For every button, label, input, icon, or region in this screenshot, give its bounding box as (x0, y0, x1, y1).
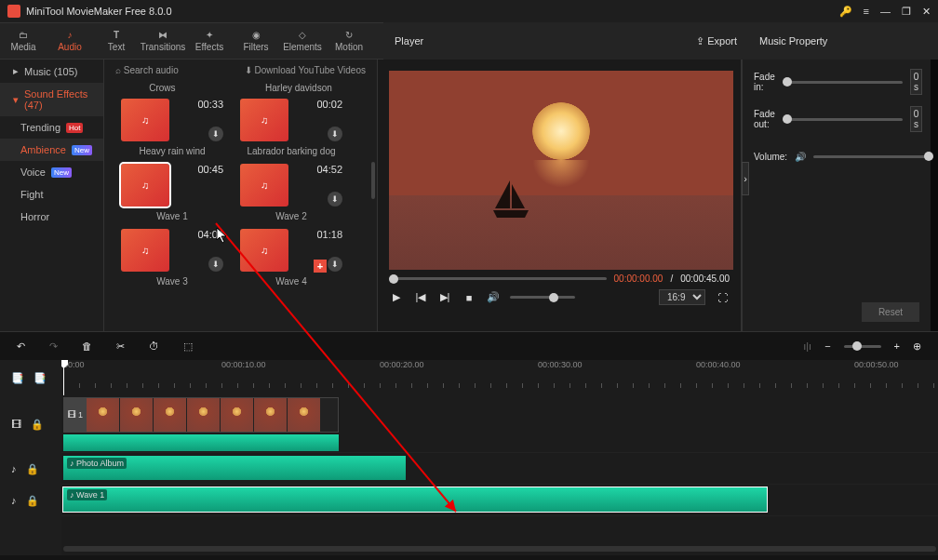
sidebar-group-sfx[interactable]: ▾ Sound Effects (47) (0, 83, 103, 116)
download-icon[interactable]: ⬇ (328, 257, 342, 272)
sidebar-item-trending[interactable]: TrendingHot (0, 116, 103, 139)
fadeout-value: 0 s (910, 106, 923, 132)
download-icon[interactable]: ⬇ (328, 127, 342, 141)
video-clip[interactable]: 🎞1 (63, 397, 339, 433)
current-time: 00:00:00.00 (614, 273, 663, 284)
fadeout-slider[interactable] (783, 118, 903, 121)
download-icon[interactable]: ⬇ (208, 257, 223, 272)
tab-filters[interactable]: ◉Filters (233, 23, 279, 59)
cursor-icon (216, 227, 229, 244)
menu-icon[interactable]: ≡ (864, 6, 869, 17)
library-item-wave3[interactable]: ♫04:02⬇ Wave 3 (121, 229, 223, 290)
tab-audio[interactable]: ♪Audio (47, 23, 93, 59)
download-icon[interactable]: ⬇ (208, 127, 223, 141)
volume-slider[interactable] (510, 296, 575, 299)
lock-icon[interactable]: 🔒 (26, 463, 39, 475)
layers-icon[interactable]: 📑 (11, 372, 24, 384)
total-time: 00:00:45.00 (680, 273, 730, 284)
play-button[interactable]: ▶ (389, 291, 404, 303)
player-title: Player (395, 35, 423, 47)
sidebar-item-horror[interactable]: Horror (0, 206, 103, 228)
key-icon[interactable]: 🔑 (839, 6, 852, 18)
video-track-icon: 🎞 (11, 419, 21, 430)
delete-button[interactable]: 🗑 (82, 340, 92, 352)
library-item-wave4[interactable]: ♫01:18⬇ Wave 4 (240, 229, 342, 290)
layers2-icon[interactable]: 📑 (34, 372, 47, 384)
next-button[interactable]: ▶| (437, 291, 452, 303)
marker-button[interactable]: ı|ı (803, 340, 811, 352)
cut-button[interactable]: ✂ (116, 340, 125, 353)
app-title: MiniTool MovieMaker Free 8.0.0 (26, 6, 172, 17)
volume-label: Volume: (754, 152, 787, 162)
seek-slider[interactable] (389, 277, 607, 280)
fit-button[interactable]: ⊕ (913, 340, 921, 353)
tab-motion[interactable]: ↻Motion (326, 23, 372, 59)
download-icon[interactable]: ⬇ (328, 192, 342, 207)
volume-prop-slider[interactable] (813, 155, 933, 158)
sidebar-item-fight[interactable]: Fight (0, 183, 103, 206)
fadeout-label: Fade out: (754, 109, 775, 129)
collapse-panel-button[interactable]: › (742, 162, 749, 195)
sidebar-item-voice[interactable]: VoiceNew (0, 161, 103, 183)
lock-icon[interactable]: 🔒 (26, 495, 39, 507)
audio-track-1[interactable]: ♪ Photo Album (61, 453, 938, 485)
tab-media[interactable]: 🗀Media (0, 23, 47, 59)
props-title: Music Property (759, 35, 827, 47)
add-to-timeline-button[interactable]: + (314, 260, 327, 273)
library-item-wave2[interactable]: ♫04:52⬇ Wave 2 (240, 164, 342, 225)
reset-button[interactable]: Reset (862, 302, 919, 322)
tab-elements[interactable]: ◇Elements (279, 23, 326, 59)
stop-button[interactable]: ■ (462, 292, 476, 303)
playhead[interactable] (63, 360, 64, 395)
sidebar-item-ambience[interactable]: AmbienceNew (0, 139, 103, 161)
zoom-out-button[interactable]: − (824, 340, 830, 352)
speaker-icon: 🔊 (795, 152, 806, 162)
audio-track-icon: ♪ (11, 463, 17, 474)
zoom-in-button[interactable]: + (894, 340, 900, 352)
minimize-icon[interactable]: — (880, 6, 891, 17)
tab-effects[interactable]: ✦Effects (186, 23, 233, 59)
fadein-slider[interactable] (783, 81, 903, 84)
audio-clip-1[interactable]: ♪ Photo Album (63, 456, 406, 480)
export-button[interactable]: ⇪ Export (696, 35, 737, 47)
scrollbar[interactable] (371, 162, 375, 199)
tab-text[interactable]: TText (93, 23, 140, 59)
tab-transitions[interactable]: ⧓Transitions (140, 23, 186, 59)
fullscreen-icon[interactable]: ⛶ (715, 292, 730, 303)
library-item-heavy-rain[interactable]: ♫00:33⬇ Heavy rain wind (121, 99, 223, 160)
time-sep: / (670, 273, 673, 284)
redo-button[interactable]: ↷ (49, 340, 58, 353)
app-logo (7, 5, 20, 18)
audio-clip-2[interactable]: ♪ Wave 1 (63, 487, 767, 512)
fadein-label: Fade in: (754, 72, 775, 92)
undo-button[interactable]: ↶ (17, 340, 25, 353)
audio-track-2[interactable]: ♪ Wave 1 (61, 485, 938, 516)
zoom-slider[interactable] (844, 345, 881, 348)
music-property-panel: › Fade in: 0 s Fade out: 0 s Volume: 🔊 1… (742, 60, 931, 331)
sidebar-group-music[interactable]: ▸ Music (105) (0, 60, 103, 83)
preview-canvas (389, 71, 733, 270)
player-panel: 00:00:00.00 / 00:00:45.00 ▶ |◀ ▶| ■ 🔊 16… (377, 60, 742, 331)
volume-icon[interactable]: 🔊 (486, 291, 501, 303)
prev-button[interactable]: |◀ (413, 291, 428, 303)
search-input[interactable]: ⌕ Search audio (115, 65, 179, 75)
lock-icon[interactable]: 🔒 (31, 419, 44, 431)
library-item-labrador[interactable]: ♫00:02⬇ Labrador barking dog (240, 99, 342, 160)
timeline-ruler[interactable]: 00:00 00:00:10.00 00:00:20.00 00:00:30.0… (61, 360, 938, 395)
close-icon[interactable]: ✕ (922, 6, 931, 18)
sidebar: ▸ Music (105) ▾ Sound Effects (47) Trend… (0, 60, 104, 331)
speed-button[interactable]: ⏱ (149, 340, 159, 352)
maximize-icon[interactable]: ❐ (902, 6, 911, 18)
fadein-value: 0 s (910, 69, 923, 95)
audio-track-icon: ♪ (11, 495, 17, 506)
audio-library: ⌕ Search audio ⬇ Download YouTube Videos… (104, 60, 377, 331)
timeline-scrollbar[interactable] (63, 546, 936, 552)
timeline: ↶ ↷ 🗑 ✂ ⏱ ⬚ ı|ı − + ⊕ 📑📑 🎞🔒 ♪🔒 ♪🔒 00:00 … (0, 331, 938, 560)
crop-button[interactable]: ⬚ (183, 340, 193, 353)
download-youtube-link[interactable]: ⬇ Download YouTube Videos (245, 65, 366, 75)
library-item-wave1[interactable]: ♫00:45⬇ Wave 1 (121, 164, 223, 225)
video-track[interactable]: 🎞1 (61, 395, 938, 453)
aspect-select[interactable]: 16:9 (659, 289, 705, 305)
